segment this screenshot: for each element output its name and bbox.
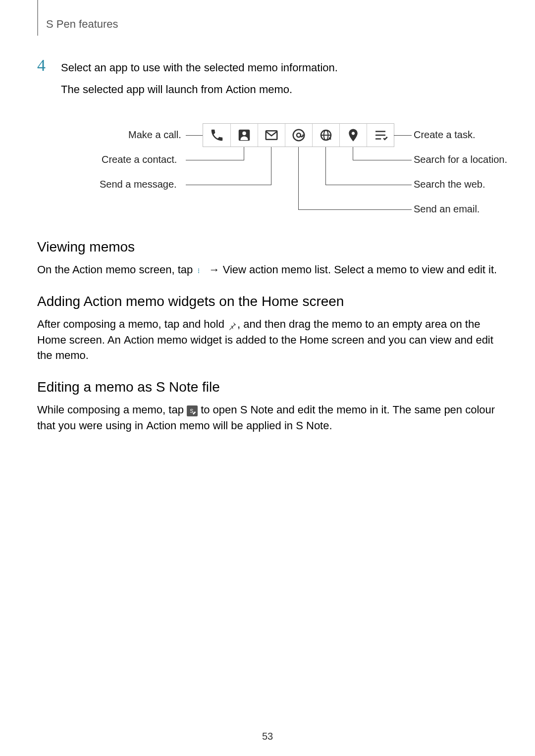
- message-icon: [258, 124, 285, 147]
- line: [353, 160, 412, 160]
- location-icon: [339, 124, 367, 147]
- line: [186, 185, 271, 185]
- label-send-email: Send an email.: [414, 203, 480, 215]
- email-icon: [285, 124, 312, 147]
- line: [244, 147, 244, 160]
- line: [325, 147, 326, 185]
- line: [325, 185, 412, 185]
- step-line-2: The selected app will launch from Action…: [61, 82, 500, 98]
- contact-icon: [230, 124, 258, 147]
- svg-point-9: [198, 272, 199, 273]
- svg-point-8: [198, 270, 199, 271]
- adding-paragraph: After composing a memo, tap and hold , a…: [37, 316, 500, 364]
- label-make-call: Make a call.: [128, 129, 181, 141]
- page-number: 53: [0, 731, 535, 742]
- more-options-icon: [196, 265, 206, 276]
- line: [298, 147, 299, 210]
- editing-paragraph: While composing a memo, tap S to open S …: [37, 402, 500, 434]
- label-create-task: Create a task.: [414, 129, 476, 141]
- heading-editing-memo: Editing a memo as S Note file: [37, 379, 500, 395]
- line: [353, 147, 353, 160]
- step-4: 4 Select an app to use with the selected…: [37, 58, 500, 103]
- label-search-location: Search for a location.: [414, 154, 507, 165]
- snote-icon: S: [187, 405, 198, 416]
- line: [394, 135, 412, 136]
- step-body: Select an app to use with the selected m…: [61, 58, 500, 103]
- page-header: S Pen features: [37, 15, 500, 36]
- pin-icon: [227, 319, 237, 330]
- label-search-web: Search the web.: [414, 179, 485, 190]
- label-create-contact: Create a contact.: [102, 154, 177, 165]
- svg-point-7: [198, 268, 199, 269]
- heading-viewing-memos: Viewing memos: [37, 239, 500, 255]
- header-accent-bar: [37, 0, 38, 36]
- line: [271, 147, 271, 185]
- header-title: S Pen features: [46, 15, 500, 31]
- action-memo-diagram: Make a call. Create a contact. Send a me…: [37, 115, 500, 219]
- svg-point-1: [242, 131, 246, 135]
- svg-text:S: S: [190, 408, 193, 413]
- heading-adding-widgets: Adding Action memo widgets on the Home s…: [37, 294, 500, 309]
- task-icon: [367, 124, 394, 147]
- step-number: 4: [37, 57, 52, 74]
- line: [298, 209, 412, 210]
- label-send-message: Send a message.: [100, 179, 177, 190]
- call-icon: [203, 124, 230, 147]
- icon-toolbar: [203, 123, 394, 147]
- step-line-1: Select an app to use with the selected m…: [61, 60, 500, 76]
- line: [186, 160, 244, 160]
- viewing-paragraph: On the Action memo screen, tap → View ac…: [37, 262, 500, 278]
- line: [186, 135, 203, 136]
- web-icon: [312, 124, 339, 147]
